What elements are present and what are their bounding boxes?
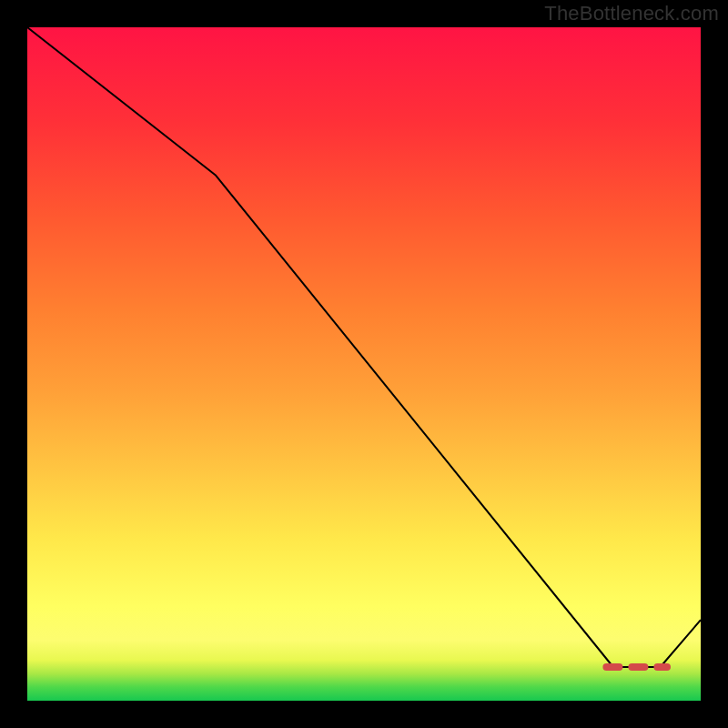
chart-svg xyxy=(27,27,701,701)
watermark-text: TheBottleneck.com xyxy=(544,2,719,25)
plot-area xyxy=(27,27,701,701)
chart-frame: TheBottleneck.com xyxy=(0,0,728,728)
curve-line xyxy=(27,27,701,667)
